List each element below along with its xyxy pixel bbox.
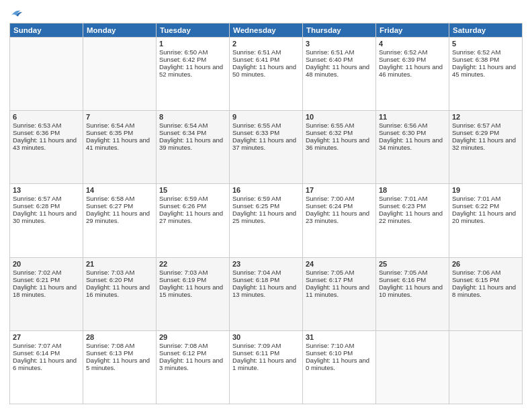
day-text: Sunset: 6:22 PM <box>452 202 519 210</box>
day-number: 27 <box>13 333 80 341</box>
day-text: Sunset: 6:32 PM <box>306 129 373 136</box>
day-text: Sunrise: 6:51 AM <box>232 48 300 56</box>
day-text: Sunrise: 7:01 AM <box>379 195 446 202</box>
day-text: Daylight: 11 hours and 10 minutes. <box>379 283 446 298</box>
day-text: Sunset: 6:17 PM <box>306 276 373 283</box>
day-text: Daylight: 11 hours and 11 minutes. <box>306 283 373 298</box>
day-number: 20 <box>13 260 80 268</box>
calendar-cell: 6Sunrise: 6:53 AMSunset: 6:36 PMDaylight… <box>10 111 83 184</box>
day-text: Sunrise: 7:08 AM <box>159 342 226 349</box>
day-text: Sunset: 6:42 PM <box>159 56 226 63</box>
calendar-cell: 7Sunrise: 6:54 AMSunset: 6:35 PMDaylight… <box>83 111 157 184</box>
day-text: Daylight: 11 hours and 30 minutes. <box>13 210 80 224</box>
day-text: Sunset: 6:27 PM <box>86 202 153 210</box>
day-text: Sunset: 6:41 PM <box>232 56 300 63</box>
day-text: Sunset: 6:24 PM <box>306 202 373 210</box>
day-text: Daylight: 11 hours and 25 minutes. <box>232 210 300 224</box>
day-text: Daylight: 11 hours and 15 minutes. <box>159 283 226 298</box>
day-text: Sunrise: 6:52 AM <box>379 48 446 56</box>
day-number: 17 <box>306 186 373 194</box>
day-number: 28 <box>86 333 153 341</box>
day-text: Sunset: 6:21 PM <box>13 276 80 283</box>
calendar-cell: 12Sunrise: 6:57 AMSunset: 6:29 PMDayligh… <box>449 111 523 184</box>
calendar-cell: 17Sunrise: 7:00 AMSunset: 6:24 PMDayligh… <box>303 184 376 257</box>
calendar-cell: 24Sunrise: 7:05 AMSunset: 6:17 PMDayligh… <box>303 257 376 330</box>
day-text: Sunset: 6:33 PM <box>232 129 300 136</box>
day-text: Daylight: 11 hours and 46 minutes. <box>379 63 446 78</box>
day-number: 31 <box>306 333 373 341</box>
day-text: Sunset: 6:13 PM <box>86 349 153 357</box>
day-text: Sunset: 6:14 PM <box>13 349 80 357</box>
calendar-cell <box>10 38 83 111</box>
calendar-cell: 14Sunrise: 6:58 AMSunset: 6:27 PMDayligh… <box>83 184 157 257</box>
day-number: 6 <box>13 113 80 121</box>
day-text: Sunrise: 6:58 AM <box>86 195 153 202</box>
calendar-cell: 9Sunrise: 6:55 AMSunset: 6:33 PMDaylight… <box>230 111 303 184</box>
calendar-cell: 25Sunrise: 7:05 AMSunset: 6:16 PMDayligh… <box>376 257 449 330</box>
day-text: Sunrise: 6:59 AM <box>159 195 226 202</box>
day-text: Sunrise: 6:53 AM <box>13 122 80 129</box>
day-text: Sunrise: 7:07 AM <box>13 342 80 349</box>
day-header-monday: Monday <box>83 24 157 38</box>
day-text: Sunrise: 6:54 AM <box>159 122 226 129</box>
day-text: Sunrise: 7:04 AM <box>232 269 300 276</box>
calendar-cell: 8Sunrise: 6:54 AMSunset: 6:34 PMDaylight… <box>157 111 230 184</box>
day-text: Daylight: 11 hours and 0 minutes. <box>306 357 373 371</box>
calendar-cell <box>376 330 449 404</box>
day-number: 1 <box>159 40 226 48</box>
logo-text <box>9 7 23 19</box>
calendar-cell: 3Sunrise: 6:51 AMSunset: 6:40 PMDaylight… <box>303 38 376 111</box>
calendar-cell: 1Sunrise: 6:50 AMSunset: 6:42 PMDaylight… <box>157 38 230 111</box>
calendar-cell: 30Sunrise: 7:09 AMSunset: 6:11 PMDayligh… <box>230 330 303 404</box>
day-text: Sunrise: 7:03 AM <box>86 269 153 276</box>
day-text: Daylight: 11 hours and 36 minutes. <box>306 136 373 151</box>
day-header-friday: Friday <box>376 24 449 38</box>
calendar-cell: 10Sunrise: 6:55 AMSunset: 6:32 PMDayligh… <box>303 111 376 184</box>
day-text: Sunset: 6:38 PM <box>452 56 519 63</box>
day-text: Daylight: 11 hours and 5 minutes. <box>86 357 153 371</box>
day-number: 18 <box>379 186 446 194</box>
day-number: 4 <box>379 40 446 48</box>
day-number: 5 <box>452 40 519 48</box>
day-number: 2 <box>232 40 300 48</box>
day-text: Sunrise: 6:56 AM <box>379 122 446 129</box>
day-header-thursday: Thursday <box>303 24 376 38</box>
day-text: Sunset: 6:12 PM <box>159 349 226 357</box>
day-text: Daylight: 11 hours and 20 minutes. <box>452 210 519 224</box>
calendar-cell: 5Sunrise: 6:52 AMSunset: 6:38 PMDaylight… <box>449 38 523 111</box>
day-text: Daylight: 11 hours and 18 minutes. <box>13 283 80 298</box>
day-text: Sunset: 6:26 PM <box>159 202 226 210</box>
day-number: 12 <box>452 113 519 121</box>
day-text: Daylight: 11 hours and 1 minute. <box>232 357 300 371</box>
day-text: Sunset: 6:15 PM <box>452 276 519 283</box>
day-text: Daylight: 11 hours and 8 minutes. <box>452 283 519 298</box>
day-text: Sunset: 6:18 PM <box>232 276 300 283</box>
day-header-sunday: Sunday <box>10 24 83 38</box>
day-text: Daylight: 11 hours and 23 minutes. <box>306 210 373 224</box>
day-text: Sunrise: 7:01 AM <box>452 195 519 202</box>
calendar-cell: 2Sunrise: 6:51 AMSunset: 6:41 PMDaylight… <box>230 38 303 111</box>
day-text: Sunset: 6:34 PM <box>159 129 226 136</box>
calendar-cell: 13Sunrise: 6:57 AMSunset: 6:28 PMDayligh… <box>10 184 83 257</box>
day-number: 25 <box>379 260 446 268</box>
day-number: 15 <box>159 186 226 194</box>
day-number: 16 <box>232 186 300 194</box>
day-number: 23 <box>232 260 300 268</box>
day-text: Sunset: 6:36 PM <box>13 129 80 136</box>
day-number: 3 <box>306 40 373 48</box>
calendar-cell: 31Sunrise: 7:10 AMSunset: 6:10 PMDayligh… <box>303 330 376 404</box>
day-text: Sunrise: 7:05 AM <box>306 269 373 276</box>
day-text: Sunset: 6:35 PM <box>86 129 153 136</box>
day-text: Daylight: 11 hours and 37 minutes. <box>232 136 300 151</box>
day-text: Sunrise: 6:51 AM <box>306 48 373 56</box>
day-text: Daylight: 11 hours and 39 minutes. <box>159 136 226 151</box>
day-text: Daylight: 11 hours and 3 minutes. <box>159 357 226 371</box>
day-number: 22 <box>159 260 226 268</box>
calendar-cell: 11Sunrise: 6:56 AMSunset: 6:30 PMDayligh… <box>376 111 449 184</box>
day-text: Daylight: 11 hours and 6 minutes. <box>13 357 80 371</box>
day-text: Daylight: 11 hours and 48 minutes. <box>306 63 373 78</box>
day-text: Sunset: 6:30 PM <box>379 129 446 136</box>
day-text: Sunset: 6:23 PM <box>379 202 446 210</box>
day-text: Daylight: 11 hours and 29 minutes. <box>86 210 153 224</box>
day-number: 24 <box>306 260 373 268</box>
